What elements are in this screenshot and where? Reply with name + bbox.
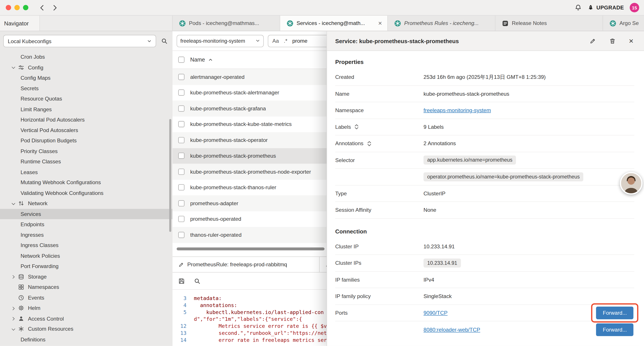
sidebar-item-secrets[interactable]: Secrets bbox=[0, 83, 172, 93]
tab-pods[interactable]: Pods - icecheng@mathmas... bbox=[172, 15, 280, 31]
sidebar-item-config-maps[interactable]: Config Maps bbox=[0, 73, 172, 83]
row-checkbox[interactable] bbox=[178, 169, 184, 175]
regex-toggle[interactable]: .* bbox=[284, 38, 287, 44]
expand-toggle-icon[interactable] bbox=[354, 124, 359, 130]
sidebar-scrollbar-thumb[interactable] bbox=[169, 119, 171, 232]
horizontal-scrollbar-thumb[interactable] bbox=[177, 248, 325, 250]
editor-search-icon[interactable] bbox=[194, 278, 200, 284]
tab-services[interactable]: Services - icecheng@math...× bbox=[280, 15, 388, 31]
chevron-down-icon bbox=[147, 39, 152, 43]
updown-icon bbox=[18, 200, 24, 207]
value-link[interactable]: freeleaps-monitoring-system bbox=[424, 107, 491, 113]
sidebar-item-label: Definitions bbox=[20, 336, 46, 343]
upgrade-button[interactable]: UPGRADE bbox=[588, 4, 624, 11]
sidebar-item-label: Limit Ranges bbox=[20, 106, 52, 112]
row-checkbox[interactable] bbox=[178, 74, 184, 80]
tab-argo[interactable]: Argo Se bbox=[603, 15, 644, 31]
sidebar-item-priority-classes[interactable]: Priority Classes bbox=[0, 146, 172, 156]
sidebar-item-port-forwarding[interactable]: Port Forwarding bbox=[0, 261, 172, 272]
forward-button[interactable]: Forward... bbox=[596, 306, 634, 319]
sidebar-item-leases[interactable]: Leases bbox=[0, 167, 172, 177]
namespace-filter-select[interactable]: freeleaps-monitoring-system bbox=[177, 34, 264, 47]
row-checkbox[interactable] bbox=[178, 200, 184, 206]
sidebar-item-horizontal-pod-autoscalers[interactable]: Horizontal Pod Autoscalers bbox=[0, 114, 172, 125]
chevron-right-icon[interactable] bbox=[11, 317, 16, 320]
sidebar-item-limit-ranges[interactable]: Limit Ranges bbox=[0, 104, 172, 114]
sidebar-item-validating-webhook-configurations[interactable]: Validating Webhook Configurations bbox=[0, 188, 172, 198]
sidebar-item-access-control[interactable]: Access Control bbox=[0, 313, 172, 324]
name-column-header[interactable]: Name bbox=[190, 57, 205, 63]
window-zoom-button[interactable] bbox=[23, 5, 28, 10]
match-case-toggle[interactable]: Aa bbox=[272, 38, 279, 44]
sidebar-item-mutating-webhook-configurations[interactable]: Mutating Webhook Configurations bbox=[0, 177, 172, 188]
sidebar-item-storage[interactable]: Storage bbox=[0, 272, 172, 282]
row-checkbox[interactable] bbox=[178, 105, 184, 111]
row-checkbox[interactable] bbox=[178, 153, 184, 159]
sidebar-item-config[interactable]: Config bbox=[0, 62, 172, 73]
forward-arrow-icon[interactable] bbox=[51, 4, 59, 11]
chevron-right-icon[interactable] bbox=[11, 307, 16, 309]
detail-row-ports: Ports9090/TCPForward... bbox=[335, 305, 634, 321]
sidebar-item-pod-disruption-budgets[interactable]: Pod Disruption Budgets bbox=[0, 135, 172, 146]
sidebar-item-runtime-classes[interactable]: Runtime Classes bbox=[0, 156, 172, 167]
value-link[interactable]: 8080:reloader-web/TCP bbox=[424, 327, 480, 333]
port-button-wrap: Forward... bbox=[596, 323, 634, 336]
kubernetes-icon bbox=[287, 20, 293, 26]
delete-icon[interactable] bbox=[609, 37, 616, 44]
row-checkbox[interactable] bbox=[178, 137, 184, 143]
chevron-down-icon[interactable] bbox=[11, 328, 16, 330]
sidebar-item-endpoints[interactable]: Endpoints bbox=[0, 219, 172, 230]
row-checkbox[interactable] bbox=[178, 232, 184, 238]
sidebar-item-network-policies[interactable]: Network Policies bbox=[0, 251, 172, 261]
sidebar-item-ingresses[interactable]: Ingresses bbox=[0, 230, 172, 240]
detail-row-continued: operator.prometheus.io/name=kube-prometh… bbox=[335, 169, 634, 185]
expand-toggle-icon[interactable] bbox=[367, 141, 372, 146]
row-checkbox[interactable] bbox=[178, 90, 184, 96]
save-icon[interactable] bbox=[178, 278, 185, 284]
select-all-checkbox[interactable] bbox=[178, 57, 184, 63]
edit-icon[interactable] bbox=[590, 37, 596, 44]
navigator-sidebar: Local Kubeconfigs Cron JobsConfigConfig … bbox=[0, 31, 172, 346]
forward-button[interactable]: Forward... bbox=[596, 323, 634, 336]
row-checkbox[interactable] bbox=[178, 184, 184, 191]
kubeconfig-selector[interactable]: Local Kubeconfigs bbox=[3, 35, 156, 47]
sidebar-item-resource-quotas[interactable]: Resource Quotas bbox=[0, 93, 172, 104]
notification-count-badge[interactable]: 15 bbox=[630, 3, 639, 12]
tab-bar-row: Navigator Pods - icecheng@mathmas...Serv… bbox=[0, 15, 644, 31]
floating-avatar[interactable] bbox=[620, 172, 642, 194]
chevron-right-icon[interactable] bbox=[11, 276, 16, 278]
sidebar-item-custom-resources[interactable]: Custom Resources bbox=[0, 324, 172, 335]
search-icon[interactable] bbox=[161, 38, 168, 44]
details-drawer: Service: kube-prometheus-stack-prometheu… bbox=[326, 31, 644, 346]
sidebar-item-services[interactable]: Services bbox=[0, 209, 172, 219]
notifications-bell-icon[interactable] bbox=[575, 4, 582, 11]
service-name: alertmanager-operated bbox=[190, 74, 244, 80]
value-link[interactable]: 9090/TCP bbox=[424, 310, 448, 316]
chevron-down-icon[interactable] bbox=[11, 66, 16, 68]
chevron-down-icon[interactable] bbox=[11, 202, 16, 205]
sidebar-item-network[interactable]: Network bbox=[0, 198, 172, 209]
sidebar-item-label: Runtime Classes bbox=[20, 159, 61, 165]
sidebar-item-vertical-pod-autoscalers[interactable]: Vertical Pod Autoscalers bbox=[0, 125, 172, 136]
detail-label: Labels bbox=[335, 124, 424, 130]
back-arrow-icon[interactable] bbox=[38, 4, 46, 11]
row-checkbox[interactable] bbox=[178, 121, 184, 127]
window-minimize-button[interactable] bbox=[14, 5, 20, 10]
sidebar-item-definitions[interactable]: Definitions bbox=[0, 334, 172, 345]
kubeconfig-selector-value: Local Kubeconfigs bbox=[8, 38, 52, 44]
sidebar-item-cron-jobs[interactable]: Cron Jobs bbox=[0, 52, 172, 62]
value-text: IPv4 bbox=[424, 277, 434, 283]
close-tab-icon[interactable]: × bbox=[377, 19, 384, 27]
tab-release-notes[interactable]: Release Notes bbox=[496, 15, 603, 31]
sidebar-item-namespaces[interactable]: Namespaces bbox=[0, 282, 172, 292]
window-close-button[interactable] bbox=[6, 5, 11, 10]
sidebar-item-helm[interactable]: Helm bbox=[0, 303, 172, 313]
sort-ascending-icon[interactable] bbox=[208, 57, 213, 62]
dock-tab-prometheusrule[interactable]: PrometheusRule: freeleaps-prod-rabbitmq bbox=[172, 257, 320, 272]
sidebar-item-ingress-classes[interactable]: Ingress Classes bbox=[0, 240, 172, 251]
close-drawer-icon[interactable]: × bbox=[629, 37, 634, 45]
row-checkbox[interactable] bbox=[178, 216, 184, 222]
tab-prometheus-rules[interactable]: Prometheus Rules - icecheng... bbox=[388, 15, 496, 31]
sidebar-item-events[interactable]: Events bbox=[0, 292, 172, 303]
detail-value: 9090/TCPForward... bbox=[424, 306, 634, 319]
